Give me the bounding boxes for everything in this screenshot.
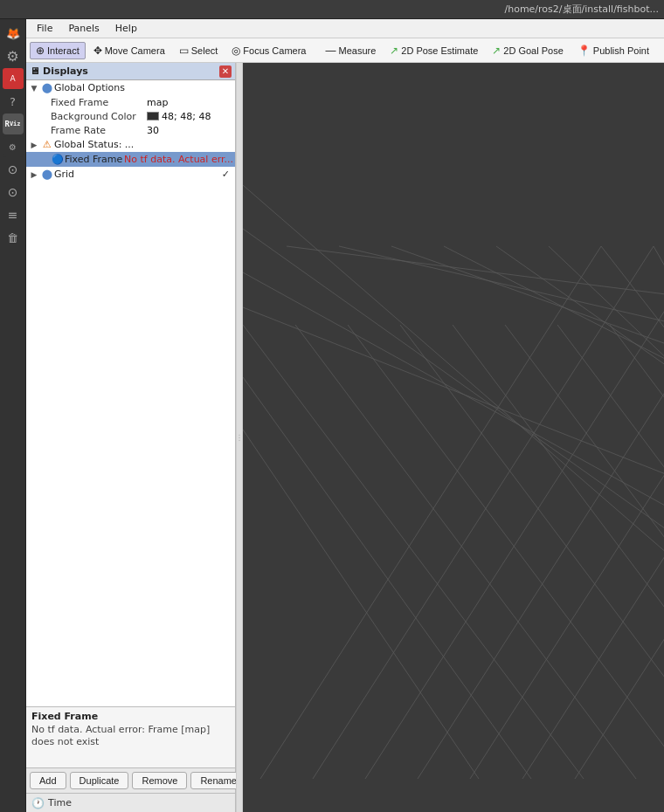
time-label: Time <box>48 797 72 809</box>
tree-global-status[interactable]: ▶ ⚠ Global Status: ... <box>26 137 235 152</box>
select-icon: ▭ <box>179 45 189 57</box>
displays-title-label: Displays <box>43 65 88 77</box>
expand-global-options[interactable]: ▼ <box>28 84 40 93</box>
status-bar: Fixed Frame No tf data. Actual error: Fr… <box>26 706 235 767</box>
measure-icon: — <box>325 45 335 57</box>
global-status-icon: ⚠ <box>40 139 54 150</box>
displays-panel-icon: 🖥 <box>30 65 39 77</box>
toolbar-2d-pose[interactable]: ↗ 2D Pose Estimate <box>384 42 484 59</box>
displays-close-button[interactable]: ✕ <box>219 65 232 78</box>
time-bar: 🕐 Time <box>26 793 235 812</box>
prop-bg-color[interactable]: Background Color 48; 48; 48 <box>26 109 235 123</box>
bg-color-text: 48; 48; 48 <box>162 111 211 122</box>
toolbar-interact[interactable]: ⊕ Interact <box>30 42 86 59</box>
bg-color-value: 48; 48; 48 <box>147 111 211 122</box>
left-dock: 🦊 ⚙ A ? RViz ⚙ ⊙ ⊙ ≡ 🗑 <box>0 19 26 812</box>
move-camera-icon: ✥ <box>93 45 102 57</box>
menu-panels[interactable]: Panels <box>61 21 106 36</box>
remove-button[interactable]: Remove <box>132 772 187 789</box>
tree-area[interactable]: ▼ ⬤ Global Options Fixed Frame map Backg… <box>26 80 235 706</box>
select-label: Select <box>191 45 218 56</box>
2d-pose-label: 2D Pose Estimate <box>401 45 478 56</box>
tree-global-options[interactable]: ▼ ⬤ Global Options <box>26 80 235 95</box>
publish-point-icon: 📍 <box>578 45 591 57</box>
dock-disc2[interactable]: ⊙ <box>3 182 24 203</box>
3d-viewport[interactable] <box>243 63 664 812</box>
expand-global-status[interactable]: ▶ <box>28 141 40 149</box>
left-panel: 🖥 Displays ✕ ▼ ⬤ Global Options Fixed Fr… <box>26 63 236 812</box>
global-status-label: Global Status: ... <box>54 139 233 150</box>
dock-app2[interactable]: ? <box>3 91 24 112</box>
menu-file[interactable]: File <box>30 21 59 36</box>
interact-label: Interact <box>47 45 80 56</box>
fixed-frame-name: Fixed Frame <box>51 97 147 108</box>
tree-grid[interactable]: ▶ ⬤ Grid ✓ <box>26 167 235 182</box>
title-bar: /home/ros2/桌面/install/fishbot... <box>0 0 664 19</box>
grid-icon: ⬤ <box>40 169 54 180</box>
2d-goal-icon: ↗ <box>492 45 501 57</box>
fixed-frame-error-icon: 🔵 <box>51 154 65 165</box>
2d-goal-label: 2D Goal Pose <box>503 45 563 56</box>
2d-pose-icon: ↗ <box>390 45 398 57</box>
dock-disc1[interactable]: ⊙ <box>3 159 24 180</box>
toolbar-move-camera[interactable]: ✥ Move Camera <box>87 42 171 59</box>
bg-color-name: Background Color <box>51 111 147 122</box>
grid-check-mark: ✓ <box>222 169 230 180</box>
toolbar: ⊕ Interact ✥ Move Camera ▭ Select ◎ Focu… <box>26 38 664 63</box>
measure-label: Measure <box>338 45 376 56</box>
dock-settings2[interactable]: ⚙ <box>3 136 24 157</box>
main-content: File Panels Help ⊕ Interact ✥ Move Camer… <box>26 19 664 812</box>
status-message: No tf data. Actual error: Frame [map] do… <box>31 724 230 749</box>
time-clock-icon: 🕐 <box>31 797 45 809</box>
menu-help[interactable]: Help <box>108 21 144 36</box>
displays-header: 🖥 Displays ✕ <box>26 63 235 80</box>
grid-check: ✓ <box>222 169 233 180</box>
move-camera-label: Move Camera <box>105 45 165 56</box>
toolbar-2d-goal[interactable]: ↗ 2D Goal Pose <box>486 42 569 59</box>
frame-rate-value: 30 <box>147 125 159 136</box>
prop-fixed-frame[interactable]: Fixed Frame map <box>26 95 235 109</box>
title-path: /home/ros2/桌面/install/fishbot... <box>504 3 659 16</box>
publish-point-label: Publish Point <box>593 45 649 56</box>
toolbar-measure[interactable]: — Measure <box>319 42 382 59</box>
focus-camera-label: Focus Camera <box>243 45 306 56</box>
prop-frame-rate[interactable]: Frame Rate 30 <box>26 123 235 137</box>
tree-fixed-frame-error[interactable]: 🔵 Fixed Frame No tf data. Actual err... <box>26 152 235 167</box>
global-options-label: Global Options <box>54 82 233 93</box>
status-title: Fixed Frame <box>31 711 230 722</box>
interact-icon: ⊕ <box>36 45 45 57</box>
bg-color-swatch[interactable] <box>147 112 159 120</box>
frame-rate-name: Frame Rate <box>51 125 147 136</box>
body-area: 🖥 Displays ✕ ▼ ⬤ Global Options Fixed Fr… <box>26 63 664 812</box>
displays-title: 🖥 Displays <box>30 65 88 77</box>
dock-rviz[interactable]: RViz <box>3 114 24 134</box>
action-buttons: Add Duplicate Remove Rename <box>26 767 235 793</box>
grid-label: Grid <box>54 169 222 180</box>
global-options-icon: ⬤ <box>40 82 54 93</box>
expand-grid[interactable]: ▶ <box>28 170 40 179</box>
fixed-frame-error-label: Fixed Frame <box>65 154 124 165</box>
dock-firefox[interactable]: 🦊 <box>3 23 24 44</box>
svg-rect-0 <box>243 63 664 812</box>
fixed-frame-error-value: No tf data. Actual err... <box>124 154 233 165</box>
duplicate-button[interactable]: Duplicate <box>70 772 129 789</box>
add-button[interactable]: Add <box>30 772 66 789</box>
toolbar-focus-camera[interactable]: ◎ Focus Camera <box>225 42 312 59</box>
toolbar-select[interactable]: ▭ Select <box>173 42 225 59</box>
dock-settings1[interactable]: ⚙ <box>3 45 24 66</box>
dock-app1[interactable]: A <box>3 68 24 89</box>
toolbar-publish-point[interactable]: 📍 Publish Point <box>571 42 655 59</box>
fixed-frame-value: map <box>147 97 168 108</box>
menubar: File Panels Help <box>26 19 664 38</box>
dock-trash[interactable]: 🗑 <box>3 227 24 248</box>
focus-camera-icon: ◎ <box>232 45 240 57</box>
dock-files[interactable]: ≡ <box>3 204 24 225</box>
grid-svg <box>243 63 664 812</box>
resize-handle[interactable]: ⋮ <box>236 63 243 812</box>
